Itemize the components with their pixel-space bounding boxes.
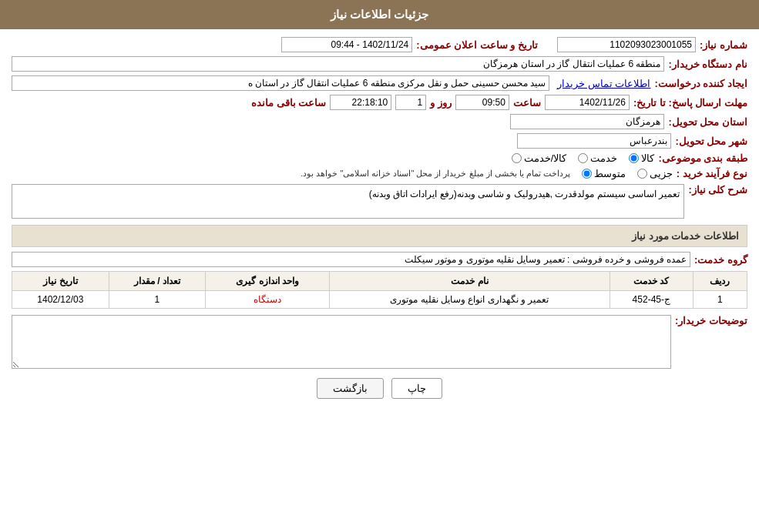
delivery-province-label: استان محل تحویل: bbox=[668, 116, 747, 128]
deadline-day-label: روز و bbox=[430, 97, 452, 109]
purchase-type-motavas[interactable]: متوسط bbox=[582, 168, 626, 179]
purchase-type-jozei[interactable]: جزیی bbox=[637, 168, 673, 179]
purchase-type-note: پرداخت تمام یا بخشی از مبلغ خریدار از مح… bbox=[301, 169, 570, 179]
date-label: تاریخ و ساعت اعلان عمومی: bbox=[416, 39, 538, 51]
purchase-type-label: نوع فرآیند خرید : bbox=[677, 168, 747, 179]
service-group-input bbox=[12, 252, 690, 267]
delivery-city-label: شهر محل تحویل: bbox=[675, 136, 747, 147]
date-input[interactable] bbox=[281, 37, 412, 52]
category-option-kala[interactable]: کالا bbox=[629, 152, 654, 164]
deadline-remaining-label: ساعت باقی مانده bbox=[251, 97, 326, 109]
request-number-label: شماره نیاز: bbox=[700, 39, 747, 51]
description-label: شرح کلی نیاز: bbox=[688, 184, 747, 196]
print-button[interactable]: چاپ bbox=[391, 378, 442, 399]
cell-row-num: 1 bbox=[693, 291, 747, 309]
cell-date: 1402/12/03 bbox=[12, 291, 109, 309]
service-group-label: گروه خدمت: bbox=[694, 254, 747, 266]
deadline-time-input[interactable] bbox=[455, 95, 509, 110]
creator-label: ایجاد کننده درخواست: bbox=[654, 78, 747, 89]
description-box: تعمیر اساسی سیستم مولدقدرت ,هیدرولیک و ش… bbox=[12, 184, 684, 219]
cell-name: تعمیر و نگهداری انواع وسایل نقلیه موتوری bbox=[330, 291, 610, 309]
deadline-remaining-input[interactable] bbox=[330, 95, 391, 110]
col-header-row: ردیف bbox=[693, 272, 747, 291]
requester-org-label: نام دستگاه خریدار: bbox=[668, 59, 747, 70]
page-title: جزئیات اطلاعات نیاز bbox=[331, 8, 428, 21]
delivery-city-input[interactable] bbox=[517, 133, 671, 149]
cell-code: ج-45-452 bbox=[610, 291, 693, 309]
deadline-date-input[interactable] bbox=[545, 95, 630, 110]
category-radio-group: کالا خدمت کالا/خدمت bbox=[512, 152, 655, 164]
creator-link[interactable]: اطلاعات تماس خریدار bbox=[557, 78, 650, 89]
cell-unit: دستگاه bbox=[206, 291, 330, 309]
delivery-province-input[interactable] bbox=[510, 114, 664, 129]
col-header-qty: تعداد / مقدار bbox=[109, 272, 206, 291]
requester-org-input[interactable] bbox=[12, 56, 664, 72]
col-header-unit: واحد اندازه گیری bbox=[206, 272, 330, 291]
request-number-input[interactable] bbox=[557, 37, 696, 52]
category-option-khedmat[interactable]: خدمت bbox=[578, 152, 617, 164]
table-row: 1 ج-45-452 تعمیر و نگهداری انواع وسایل ن… bbox=[12, 291, 747, 309]
col-header-name: نام خدمت bbox=[330, 272, 610, 291]
deadline-time-label: ساعت bbox=[513, 97, 541, 109]
deadline-days-input[interactable] bbox=[395, 95, 426, 110]
category-option-kala-khedmat[interactable]: کالا/خدمت bbox=[512, 152, 567, 164]
creator-input bbox=[12, 75, 549, 91]
deadline-label: مهلت ارسال پاسخ: تا تاریخ: bbox=[633, 97, 747, 109]
services-table: ردیف کد خدمت نام خدمت واحد اندازه گیری ت… bbox=[12, 271, 747, 309]
action-buttons: چاپ بازگشت bbox=[12, 378, 747, 399]
col-header-code: کد خدمت bbox=[610, 272, 693, 291]
page-header: جزئیات اطلاعات نیاز bbox=[0, 0, 759, 29]
col-header-date: تاریخ نیاز bbox=[12, 272, 109, 291]
category-label: طبقه بندی موضوعی: bbox=[658, 152, 747, 164]
purchase-type-radio-group: جزیی متوسط bbox=[582, 168, 673, 179]
buyer-notes-label: توضیحات خریدار: bbox=[675, 315, 747, 326]
cell-qty: 1 bbox=[109, 291, 206, 309]
back-button[interactable]: بازگشت bbox=[317, 378, 384, 399]
services-section-header: اطلاعات خدمات مورد نیاز bbox=[12, 225, 747, 247]
buyer-notes-textarea[interactable] bbox=[12, 315, 671, 369]
